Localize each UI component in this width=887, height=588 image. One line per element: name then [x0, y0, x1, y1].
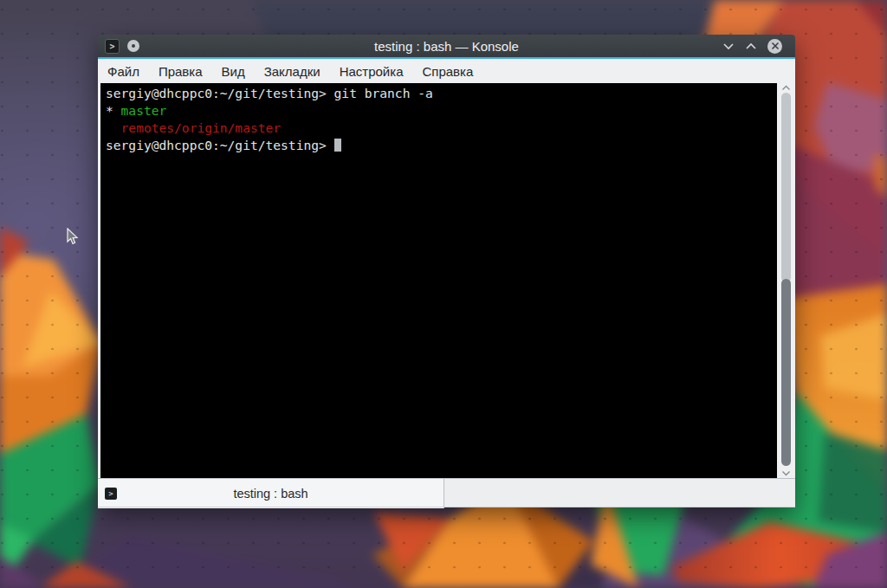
terminal-line: sergiy@dhcppc0:~/git/testing> git branch…	[106, 85, 777, 102]
menu-item[interactable]: Файл	[98, 64, 149, 79]
menubar: ФайлПравкаВидЗакладкиНастройкаСправка	[98, 59, 795, 83]
tab-terminal-icon: >	[105, 488, 117, 500]
terminal-output[interactable]: sergiy@dhcppc0:~/git/testing> git branch…	[100, 83, 777, 478]
menu-item[interactable]: Закладки	[255, 64, 330, 79]
tab-label: testing : bash	[233, 487, 308, 501]
scroll-up-arrow[interactable]	[780, 84, 793, 92]
mouse-cursor	[66, 228, 80, 247]
scroll-down-arrow[interactable]	[780, 469, 793, 477]
close-button[interactable]	[767, 39, 782, 54]
menu-item[interactable]: Справка	[412, 64, 482, 79]
keep-on-all-desktops-button[interactable]	[127, 40, 139, 52]
menu-item[interactable]: Правка	[149, 64, 212, 79]
scrollbar-thumb[interactable]	[781, 279, 791, 466]
terminal-cursor	[334, 139, 341, 152]
scrollbar-groove[interactable]	[781, 93, 791, 282]
window-title: testing : bash — Konsole	[98, 39, 795, 54]
terminal-line: * master	[106, 102, 777, 120]
terminal-line: sergiy@dhcppc0:~/git/testing>	[106, 137, 777, 154]
tab-testing-bash[interactable]: > testing : bash	[98, 479, 444, 508]
konsole-window: > testing : bash — Konsole ФайлПравкаВид…	[98, 35, 795, 507]
menu-item[interactable]: Настройка	[330, 64, 413, 79]
maximize-button[interactable]	[745, 42, 757, 50]
terminal-line: remotes/origin/master	[106, 120, 777, 137]
menu-item[interactable]: Вид	[212, 64, 255, 79]
titlebar[interactable]: > testing : bash — Konsole	[98, 35, 795, 57]
minimize-button[interactable]	[722, 42, 735, 50]
scrollbar[interactable]	[777, 83, 795, 478]
desktop: > testing : bash — Konsole ФайлПравкаВид…	[0, 0, 887, 588]
tabbar: > testing : bash	[98, 478, 795, 507]
konsole-app-icon: >	[105, 39, 120, 54]
